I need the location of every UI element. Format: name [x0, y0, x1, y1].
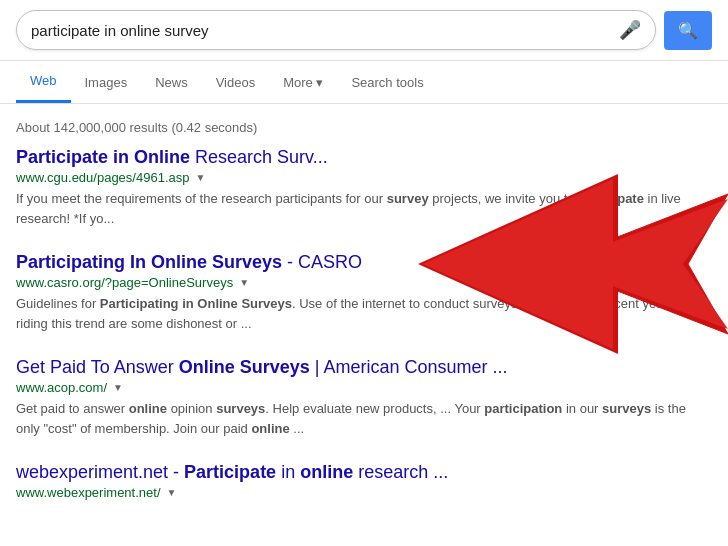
search-bar: 🎤 🔍: [0, 0, 728, 61]
result-item: webexperiment.net - Participate in onlin…: [16, 462, 712, 500]
url-arrow-icon: ▼: [239, 277, 249, 288]
result-title[interactable]: Participate in Online Research Surv...: [16, 147, 712, 168]
result-item: Participating In Online Surveys - CASRO …: [16, 252, 712, 333]
result-title[interactable]: webexperiment.net - Participate in onlin…: [16, 462, 712, 483]
result-snippet: If you meet the requirements of the rese…: [16, 189, 712, 228]
result-snippet: Get paid to answer online opinion survey…: [16, 399, 712, 438]
url-arrow-icon: ▼: [167, 487, 177, 498]
tab-more[interactable]: More ▾: [269, 63, 337, 102]
url-arrow-icon: ▼: [113, 382, 123, 393]
result-title[interactable]: Participating In Online Surveys - CASRO: [16, 252, 712, 273]
search-input-wrapper: 🎤: [16, 10, 656, 50]
result-url: www.casro.org/?page=OnlineSurveys ▼: [16, 275, 712, 290]
url-arrow-icon: ▼: [195, 172, 205, 183]
result-url: www.webexperiment.net/ ▼: [16, 485, 712, 500]
results-count: About 142,000,000 results (0.42 seconds): [16, 112, 712, 147]
result-snippet: Guidelines for Participating in Online S…: [16, 294, 712, 333]
mic-icon[interactable]: 🎤: [619, 19, 641, 41]
result-title[interactable]: Get Paid To Answer Online Surveys | Amer…: [16, 357, 712, 378]
result-url: www.cgu.edu/pages/4961.asp ▼: [16, 170, 712, 185]
tab-videos[interactable]: Videos: [202, 63, 270, 102]
nav-tabs: Web Images News Videos More ▾ Search too…: [0, 61, 728, 104]
result-item: Participate in Online Research Surv... w…: [16, 147, 712, 228]
result-item: Get Paid To Answer Online Surveys | Amer…: [16, 357, 712, 438]
tab-images[interactable]: Images: [71, 63, 142, 102]
results-area: About 142,000,000 results (0.42 seconds)…: [0, 104, 728, 532]
search-button[interactable]: 🔍: [664, 11, 712, 50]
tab-news[interactable]: News: [141, 63, 202, 102]
tab-web[interactable]: Web: [16, 61, 71, 103]
result-url: www.acop.com/ ▼: [16, 380, 712, 395]
tab-search-tools[interactable]: Search tools: [337, 63, 437, 102]
main-content: About 142,000,000 results (0.42 seconds)…: [0, 104, 728, 532]
search-input[interactable]: [31, 22, 611, 39]
